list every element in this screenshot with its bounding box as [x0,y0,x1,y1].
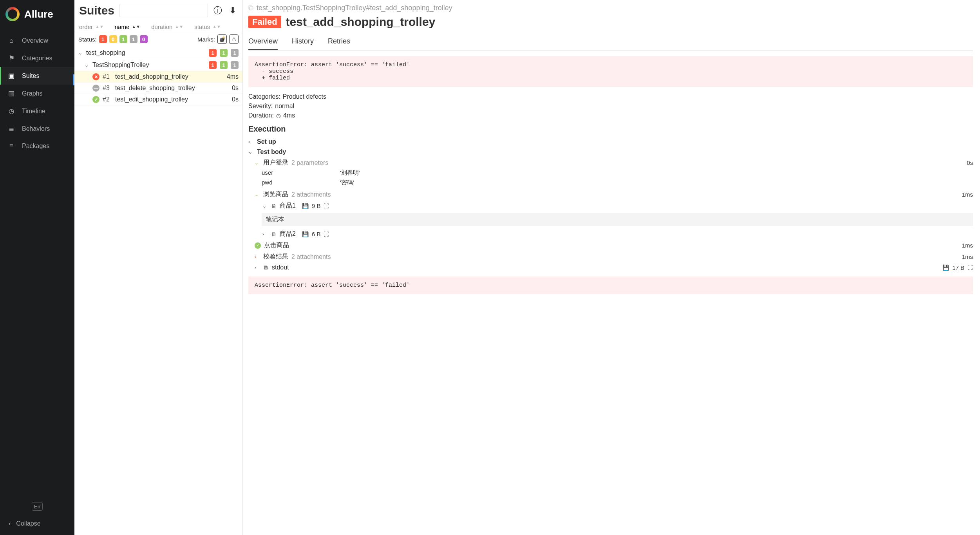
nav-overview[interactable]: ⌂Overview [0,32,74,49]
sort-duration[interactable]: duration▲▼ [151,23,183,30]
step-stdout[interactable]: › 🗎 stdout 💾17 B⛶ [248,262,973,273]
nav-packages-label: Packages [22,143,49,150]
attachment-2[interactable]: › 🗎 商品2 💾6 B⛶ [248,228,973,240]
categories-label: Categories: [248,93,280,100]
chart-icon: ▥ [7,89,16,98]
setup-label: Set up [257,138,276,145]
sort-caret-icon: ▲▼ [95,25,104,29]
detail-pane: ⧉ test_shopping.TestShoppingTrolley#test… [243,0,980,535]
step-click[interactable]: ✓ 点击商品 1ms [248,240,973,251]
save-icon[interactable]: 💾 [942,264,949,271]
count-skipped: 1 [231,49,239,57]
chevron-left-icon: ‹ [9,520,11,527]
param-key: user [262,169,340,177]
nav: ⌂Overview ⚑Categories ▣Suites ▥Graphs ◷T… [0,28,74,502]
filter-unknown[interactable]: 0 [140,35,148,43]
mark-new[interactable]: ⚠ [229,34,239,44]
nav-graphs-label: Graphs [22,90,42,97]
status-badge: Failed [248,16,281,28]
suite-name: test_shopping [86,49,125,56]
selected-indicator [73,74,74,85]
sort-caret-icon: ▲▼ [212,25,221,29]
testbody-label: Test body [257,148,286,155]
expand-icon[interactable]: ⛶ [324,203,329,209]
nav-timeline[interactable]: ◷Timeline [0,102,74,120]
test-name: test_delete_shopping_trolley [115,85,195,92]
tab-overview[interactable]: Overview [248,34,278,50]
test-number: #1 [103,73,112,80]
setup-row[interactable]: › Set up [248,137,973,147]
tree-suite[interactable]: ⌄ test_shopping 1 1 1 [74,47,242,59]
sort-name[interactable]: name▲▼ [115,23,140,30]
mark-flaky[interactable]: 💣 [217,34,227,44]
attachment-1[interactable]: ⌄ 🗎 商品1 💾9 B⛶ [248,200,973,211]
step-browse[interactable]: ⌄ 浏览商品 2 attachments 1ms [248,189,973,200]
step-time: 0s [967,159,973,166]
test-title: test_add_shopping_trolley [286,15,436,29]
layers-icon: ≡ [7,142,16,150]
step-time: 1ms [962,191,973,198]
nav-behaviors[interactable]: ≣Behaviors [0,120,74,137]
step-params: 2 parameters [291,159,328,166]
nav-categories[interactable]: ⚑Categories [0,49,74,67]
step-time: 1ms [962,242,973,249]
info-icon[interactable]: ⓘ [213,5,223,16]
error-trace: AssertionError: assert 'success' == 'fai… [248,277,973,294]
expand-icon[interactable]: ⛶ [967,264,973,271]
sort-caret-icon: ▲▼ [175,25,183,29]
language-toggle[interactable]: En [32,502,43,511]
collapse-button[interactable]: ‹Collapse [0,515,74,535]
test-time: 0s [223,85,239,92]
tab-history[interactable]: History [292,34,314,50]
status-label: Status: [78,36,97,43]
chevron-right-icon: › [248,139,254,145]
nav-suites[interactable]: ▣Suites [0,67,74,85]
suites-title: Suites [79,4,114,17]
chevron-down-icon: ⌄ [78,50,83,56]
step-name: 用户登录 [263,159,288,167]
sort-caret-icon: ▲▼ [132,25,140,29]
sort-status[interactable]: status▲▼ [194,23,221,30]
step-verify[interactable]: › 校验结果 2 attachments 1ms [248,251,973,262]
step-name: 点击商品 [264,241,289,249]
nav-graphs[interactable]: ▥Graphs [0,85,74,102]
nav-packages[interactable]: ≡Packages [0,137,74,155]
sort-order[interactable]: order▲▼ [79,23,104,30]
tab-retries[interactable]: Retries [328,34,350,50]
filter-skipped[interactable]: 1 [130,35,137,43]
test-name: test_edit_shopping_trolley [115,96,188,103]
chevron-down-icon: ⌄ [255,160,260,166]
copy-icon[interactable]: ⧉ [248,4,253,12]
list-icon: ≣ [7,125,16,133]
save-icon[interactable]: 💾 [302,203,309,209]
filter-broken[interactable]: 0 [109,35,117,43]
tree-test-3[interactable]: ✓ #2 test_edit_shopping_trolley 0s [74,94,242,105]
nav-timeline-label: Timeline [22,108,45,115]
tree-class[interactable]: ⌄ TestShoppingTrolley 1 1 1 [74,59,242,71]
expand-icon[interactable]: ⛶ [324,231,329,237]
severity-value: normal [275,103,294,110]
step-att: 2 attachments [291,253,331,260]
clock-icon: ◷ [7,107,16,115]
tree-test-2[interactable]: — #3 test_delete_shopping_trolley 0s [74,83,242,94]
filter-passed[interactable]: 1 [119,35,127,43]
param-key: pwd [262,179,340,186]
testbody-row[interactable]: ⌄ Test body [248,147,973,157]
class-name: TestShoppingTrolley [92,61,149,69]
chevron-right-icon: › [255,265,260,270]
step-name: 校验结果 [263,253,288,261]
save-icon[interactable]: 💾 [302,231,309,237]
filter-failed[interactable]: 1 [99,35,107,43]
param-value: '刘春明' [340,169,973,177]
test-number: #2 [103,96,112,103]
status-pass-icon: ✓ [255,242,261,249]
test-time: 0s [223,96,239,103]
tree-test-1[interactable]: ✕ #1 test_add_shopping_trolley 4ms [74,71,242,83]
collapse-label: Collapse [16,520,40,527]
download-icon[interactable]: ⬇ [228,5,238,16]
suites-search-input[interactable] [119,4,208,17]
chevron-right-icon: › [262,231,268,237]
file-icon: 🗎 [271,203,277,209]
step-login[interactable]: ⌄ 用户登录 2 parameters 0s [248,157,973,168]
step-att: 2 attachments [291,191,331,198]
